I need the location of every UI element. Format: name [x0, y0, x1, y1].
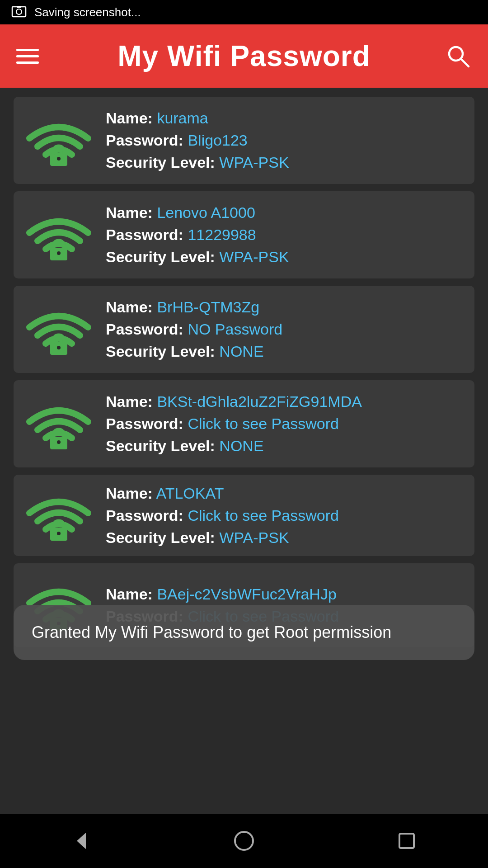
- menu-line-1: [16, 49, 39, 51]
- app-title: My Wifi Password: [43, 39, 445, 73]
- password-label-1: Password:: [106, 132, 183, 149]
- card-2-name-row: Name: Lenovo A1000: [106, 204, 461, 222]
- card-1-name-value: kurama: [157, 109, 208, 127]
- screenshot-icon: [11, 4, 27, 20]
- name-label: Name:: [106, 109, 153, 127]
- card-5-name-row: Name: ATLOKAT: [106, 485, 461, 502]
- card-2-password-value: 11229988: [188, 226, 256, 243]
- svg-point-6: [57, 157, 61, 160]
- wifi-locked-icon-4: [25, 397, 93, 451]
- card-3-password-value: NO Password: [188, 321, 282, 338]
- status-bar: Saving screenshot...: [0, 0, 488, 24]
- card-4-security-row: Security Level: NONE: [106, 437, 461, 455]
- name-label-3: Name:: [106, 298, 153, 316]
- wifi-card-2[interactable]: Name: Lenovo A1000 Password: 11229988 Se…: [14, 191, 474, 278]
- name-label-5: Name:: [106, 485, 153, 502]
- menu-line-2: [16, 55, 39, 57]
- toast-text: Granted My Wifi Password to get Root per…: [32, 623, 391, 642]
- security-label-3: Security Level:: [106, 343, 215, 360]
- card-5-password-value[interactable]: Click to see Password: [188, 507, 338, 524]
- app-bar: My Wifi Password: [0, 24, 488, 88]
- card-2-security-row: Security Level: WPA-PSK: [106, 248, 461, 266]
- card-4-password-value[interactable]: Click to see Password: [188, 415, 338, 432]
- search-button[interactable]: [445, 43, 472, 69]
- status-bar-text: Saving screenshot...: [34, 5, 141, 19]
- card-3-password-row: Password: NO Password: [106, 321, 461, 338]
- wifi-card-5[interactable]: Name: ATLOKAT Password: Click to see Pas…: [14, 475, 474, 556]
- card-1-password-value: Bligo123: [188, 132, 247, 149]
- password-label-4: Password:: [106, 415, 183, 432]
- svg-line-4: [461, 59, 469, 66]
- password-label-2: Password:: [106, 226, 183, 243]
- card-4-password-row[interactable]: Password: Click to see Password: [106, 415, 461, 433]
- wifi-locked-icon-2: [25, 208, 93, 262]
- card-3-name-value: BrHB-QTM3Zg: [157, 298, 259, 316]
- card-info-4: Name: BKSt-dGhla2luZ2FiZG91MDA Password:…: [106, 393, 461, 455]
- card-info-3: Name: BrHB-QTM3Zg Password: NO Password …: [106, 298, 461, 360]
- recent-apps-button[interactable]: [380, 823, 434, 859]
- menu-button[interactable]: [16, 49, 43, 64]
- card-1-security-value: WPA-PSK: [219, 154, 289, 171]
- name-label-2: Name:: [106, 204, 153, 221]
- password-label-5: Password:: [106, 507, 183, 524]
- back-button[interactable]: [54, 823, 108, 859]
- wifi-card-4[interactable]: Name: BKSt-dGhla2luZ2FiZG91MDA Password:…: [14, 380, 474, 467]
- card-2-password-row: Password: 11229988: [106, 226, 461, 244]
- menu-line-3: [16, 61, 39, 64]
- wifi-locked-icon-3: [25, 302, 93, 357]
- svg-rect-0: [12, 7, 26, 17]
- svg-point-12: [57, 440, 61, 444]
- name-label-6: Name:: [106, 585, 153, 603]
- svg-point-10: [57, 346, 61, 349]
- svg-rect-2: [17, 6, 21, 8]
- card-6-name-value: BAej-c2VsbWFuc2VraHJp: [157, 585, 336, 603]
- wifi-icon-container-5: [23, 486, 95, 545]
- card-4-security-value: NONE: [219, 437, 263, 454]
- card-1-name-row: Name: kurama: [106, 109, 461, 127]
- card-info-5: Name: ATLOKAT Password: Click to see Pas…: [106, 485, 461, 547]
- bottom-nav: [0, 814, 488, 868]
- card-1-security-row: Security Level: WPA-PSK: [106, 154, 461, 171]
- card-5-name-value: ATLOKAT: [156, 485, 224, 502]
- svg-point-18: [235, 832, 253, 850]
- card-2-security-value: WPA-PSK: [219, 248, 289, 265]
- card-6-name-row: Name: BAej-c2VsbWFuc2VraHJp: [106, 585, 461, 603]
- card-info-2: Name: Lenovo A1000 Password: 11229988 Se…: [106, 204, 461, 266]
- card-5-security-row: Security Level: WPA-PSK: [106, 529, 461, 547]
- card-5-password-row[interactable]: Password: Click to see Password: [106, 507, 461, 524]
- card-4-name-value: BKSt-dGhla2luZ2FiZG91MDA: [157, 393, 362, 410]
- home-button[interactable]: [217, 823, 271, 859]
- wifi-locked-icon-1: [25, 113, 93, 168]
- card-1-password-row: Password: Bligo123: [106, 132, 461, 149]
- svg-rect-19: [399, 834, 414, 848]
- main-content: Name: kurama Password: Bligo123 Security…: [0, 88, 488, 814]
- card-5-security-value: WPA-PSK: [219, 529, 289, 546]
- card-2-name-value: Lenovo A1000: [157, 204, 255, 221]
- security-label-4: Security Level:: [106, 437, 215, 454]
- svg-point-1: [16, 9, 22, 14]
- card-info-1: Name: kurama Password: Bligo123 Security…: [106, 109, 461, 171]
- wifi-card-3[interactable]: Name: BrHB-QTM3Zg Password: NO Password …: [14, 286, 474, 373]
- security-label-1: Security Level:: [106, 154, 215, 171]
- wifi-card-1[interactable]: Name: kurama Password: Bligo123 Security…: [14, 97, 474, 184]
- name-label-4: Name:: [106, 393, 153, 410]
- security-label-2: Security Level:: [106, 248, 215, 265]
- wifi-icon-container-4: [23, 395, 95, 453]
- wifi-icon-container-3: [23, 300, 95, 359]
- password-label-3: Password:: [106, 321, 183, 338]
- security-label-5: Security Level:: [106, 529, 215, 546]
- card-3-name-row: Name: BrHB-QTM3Zg: [106, 298, 461, 316]
- card-4-name-row: Name: BKSt-dGhla2luZ2FiZG91MDA: [106, 393, 461, 410]
- svg-point-8: [57, 251, 61, 255]
- card-3-security-value: NONE: [219, 343, 263, 360]
- svg-point-14: [57, 532, 61, 535]
- wifi-icon-container-1: [23, 111, 95, 170]
- toast-notification: Granted My Wifi Password to get Root per…: [14, 605, 474, 660]
- wifi-locked-icon-5: [25, 488, 93, 542]
- svg-marker-17: [77, 833, 86, 849]
- card-3-security-row: Security Level: NONE: [106, 343, 461, 360]
- wifi-icon-container-2: [23, 206, 95, 264]
